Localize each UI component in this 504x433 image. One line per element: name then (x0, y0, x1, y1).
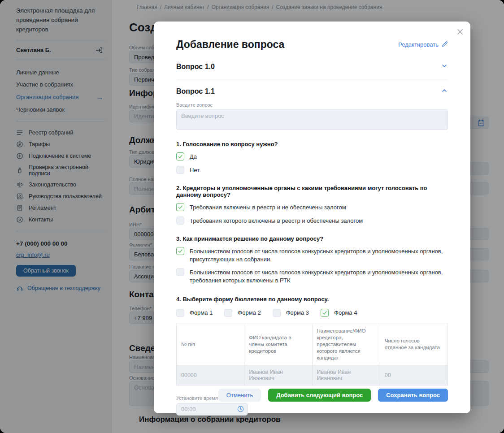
option-no[interactable]: Нет (176, 166, 448, 174)
question-3-title: 3. Как принимается решение по данному во… (176, 235, 448, 242)
modal-title: Добавление вопроса (176, 39, 284, 51)
chevron-down-icon (441, 62, 448, 71)
option-claims-unsecured[interactable]: Требования включены в реестр и не обеспе… (176, 203, 448, 212)
accordion-label: Вопрос 1.1 (176, 87, 215, 95)
table-header: Число голосов отданное за кандидата (380, 324, 448, 365)
modal-footer: Отменить Добавить следующий вопрос Сохра… (176, 381, 448, 402)
option-label: Большинством голосов от числа голосов ко… (190, 247, 448, 263)
accordion-question-1-0[interactable]: Вопрос 1.0 (176, 62, 448, 79)
ballot-table: № п/п ФИО кандидата в члены комитета кре… (176, 324, 448, 385)
edit-label: Редактировать (398, 41, 439, 48)
option-form-4[interactable]: Форма 4 (321, 308, 357, 317)
checkbox-checked-icon[interactable] (176, 247, 184, 255)
option-claims-secured[interactable]: Требования которого включены в реестр и … (176, 216, 448, 225)
save-question-button[interactable]: Сохранить вопрос (378, 389, 448, 402)
close-icon[interactable] (455, 27, 465, 37)
clock-icon[interactable] (237, 405, 244, 415)
cancel-button[interactable]: Отменить (218, 389, 261, 402)
checkbox-icon[interactable] (176, 268, 184, 276)
chevron-up-icon (441, 87, 448, 96)
option-label: Требования включены в реестр и не обеспе… (190, 204, 346, 212)
question-input-label: Введите вопрос (176, 102, 448, 108)
option-label: Нет (190, 166, 200, 174)
checkbox-icon[interactable] (273, 309, 281, 317)
option-form-1[interactable]: Форма 1 (176, 308, 213, 317)
accordion-question-1-1[interactable]: Вопрос 1.1 (176, 87, 448, 96)
edit-link[interactable]: Редактировать (398, 41, 448, 49)
question-1-title: 1. Голосование по вопросу нужно? (176, 141, 448, 147)
option-form-2[interactable]: Форма 2 (224, 308, 261, 317)
option-label: Форма 2 (238, 309, 261, 317)
option-label: Форма 3 (286, 309, 309, 317)
option-yes[interactable]: Да (176, 152, 448, 161)
question-4-title: 4. Выберите форму бюллетеня по данному в… (176, 296, 448, 303)
question-textarea[interactable] (176, 109, 448, 130)
option-label: Большинством голосов от числа голосов ко… (190, 268, 448, 284)
checkbox-checked-icon[interactable] (176, 152, 184, 160)
option-label: Требования которого включены в реестр и … (190, 217, 363, 225)
table-header: № п/п (177, 324, 244, 365)
option-form-3[interactable]: Форма 3 (273, 308, 309, 317)
option-label: Форма 1 (190, 309, 213, 317)
option-majority-present[interactable]: Большинством голосов от числа голосов ко… (176, 247, 448, 263)
divider (176, 381, 448, 382)
app-window: Электронная площадка для проведения собр… (0, 0, 504, 433)
add-next-question-button[interactable]: Добавить следующий вопрос (268, 389, 371, 402)
question-2-title: 2. Кредиторы и уполномоченные органы с к… (176, 185, 448, 198)
checkbox-checked-icon[interactable] (321, 309, 329, 317)
checkbox-icon[interactable] (224, 309, 232, 317)
option-majority-rtk[interactable]: Большинством голосов от числа голосов ко… (176, 268, 448, 284)
table-header: ФИО кандидата в члены комитета кредиторо… (244, 324, 312, 365)
option-label: Форма 4 (334, 309, 357, 317)
checkbox-icon[interactable] (176, 309, 184, 317)
checkbox-icon[interactable] (176, 216, 184, 225)
add-question-modal: Добавление вопроса Редактировать Вопрос … (154, 22, 470, 413)
checkbox-checked-icon[interactable] (176, 203, 184, 211)
option-label: Да (190, 153, 197, 161)
checkbox-icon[interactable] (176, 166, 184, 174)
table-header: Наименование/ФИО кредитора, представител… (312, 324, 380, 365)
pencil-icon (441, 41, 448, 49)
accordion-label: Вопрос 1.0 (176, 63, 215, 71)
